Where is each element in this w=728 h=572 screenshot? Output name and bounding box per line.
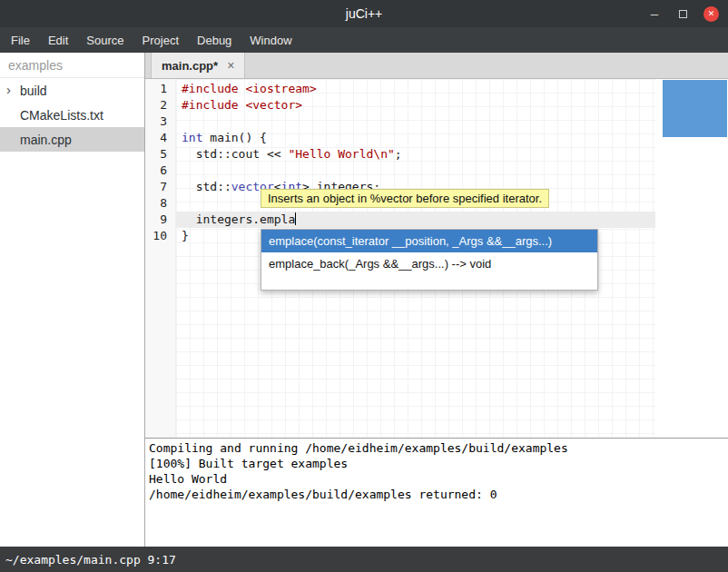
line-number[interactable]: 2 (145, 97, 176, 113)
file-tree: ›buildCMakeLists.txtmain.cpp (0, 78, 144, 152)
code-text[interactable] (176, 163, 655, 179)
line-number[interactable]: 3 (145, 113, 176, 130)
code-text[interactable]: #include <vector> (176, 97, 655, 113)
output-line: Compiling and running /home/eidheim/exam… (149, 440, 728, 456)
editor[interactable]: 1#include <iostream>2#include <vector>34… (145, 79, 728, 438)
code-segment: #include <vector> (182, 98, 302, 112)
code-segment: } (182, 229, 189, 242)
code-segment: integers.empla (182, 212, 295, 226)
line-number[interactable]: 9 (145, 212, 176, 228)
code-segment: "Hello World\n" (288, 147, 394, 161)
line-number[interactable]: 7 (145, 179, 176, 195)
menu-item-debug[interactable]: Debug (188, 29, 241, 52)
completion-item[interactable]: emplace(const_iterator __position, _Args… (261, 230, 597, 252)
scrollbar-thumb[interactable] (663, 80, 727, 137)
output-line: [100%] Built target examples (149, 456, 728, 471)
completion-item[interactable]: emplace_back(_Args &&__args...) --> void (261, 252, 597, 275)
menubar: FileEditSourceProjectDebugWindow (0, 27, 728, 53)
tree-item-label: CMakeLists.txt (20, 108, 103, 123)
code-text[interactable]: integers.empla (176, 212, 655, 228)
completion-popup: emplace(const_iterator __position, _Args… (261, 229, 598, 291)
maximize-button[interactable] (675, 6, 690, 21)
code-text[interactable]: std::cout << "Hello World\n"; (176, 146, 655, 163)
code-line-2[interactable]: 2#include <vector> (145, 97, 655, 113)
output-line: Hello World (149, 471, 728, 487)
tab-close-icon[interactable]: × (227, 58, 234, 73)
titlebar[interactable]: juCi++ – ✕ (0, 0, 728, 27)
code-text[interactable]: #include <iostream> (176, 81, 655, 97)
menu-item-source[interactable]: Source (77, 29, 133, 52)
file-tree-panel[interactable]: examples ›buildCMakeLists.txtmain.cpp (0, 53, 145, 547)
output-panel[interactable]: Compiling and running /home/eidheim/exam… (145, 439, 728, 547)
tree-item-main-cpp[interactable]: main.cpp (0, 127, 144, 152)
code-text[interactable] (176, 113, 655, 130)
code-segment: int (182, 131, 202, 144)
chevron-right-icon[interactable]: › (6, 82, 11, 97)
code-line-5[interactable]: 5 std::cout << "Hello World\n"; (145, 146, 655, 163)
tab-main-cpp[interactable]: main.cpp*× (151, 53, 245, 78)
minimize-button[interactable]: – (647, 6, 662, 21)
close-button[interactable]: ✕ (703, 6, 719, 22)
tree-item-label: build (20, 84, 47, 98)
line-number[interactable]: 8 (145, 195, 176, 212)
tree-item-cmakelists-txt[interactable]: CMakeLists.txt (0, 103, 144, 127)
code-segment: #include <iostream> (182, 82, 317, 95)
code-segment: ; (395, 147, 402, 161)
menu-item-project[interactable]: Project (133, 29, 188, 52)
code-line-6[interactable]: 6 (145, 163, 655, 179)
main-area: examples ›buildCMakeLists.txtmain.cpp ma… (0, 53, 728, 547)
code-line-4[interactable]: 4int main() { (145, 130, 655, 146)
tab-label: main.cpp* (162, 59, 218, 73)
menu-item-window[interactable]: Window (241, 29, 300, 52)
code-segment: std::cout << (182, 147, 288, 161)
line-number[interactable]: 1 (145, 81, 176, 97)
menu-item-file[interactable]: File (2, 29, 39, 52)
code-line-1[interactable]: 1#include <iostream> (145, 81, 655, 97)
doc-tooltip: Inserts an object in %vector before spec… (261, 189, 549, 208)
maximize-icon (679, 10, 687, 18)
statusbar: ~/examples/main.cpp 9:17 (0, 547, 728, 572)
code-lines: 1#include <iostream>2#include <vector>34… (145, 81, 655, 244)
project-name: examples (0, 53, 144, 78)
code-line-3[interactable]: 3 (145, 113, 655, 130)
tree-item-build[interactable]: ›build (0, 78, 144, 103)
code-line-9[interactable]: 9 integers.empla (145, 212, 655, 228)
code-text[interactable]: int main() { (176, 130, 655, 146)
app-window: juCi++ – ✕ FileEditSourceProjectDebugWin… (0, 0, 728, 572)
line-number[interactable]: 6 (145, 163, 176, 179)
code-segment: std:: (182, 180, 231, 193)
tabbar: main.cpp*× (145, 53, 728, 79)
line-number[interactable]: 10 (145, 228, 176, 244)
editor-column: main.cpp*× 1#include <iostream>2#include… (145, 53, 728, 547)
line-number[interactable]: 4 (145, 130, 176, 146)
status-text: ~/examples/main.cpp 9:17 (5, 553, 176, 567)
output-line: /home/eidheim/examples/build/examples re… (149, 487, 728, 502)
scrollbar-track[interactable] (655, 79, 728, 438)
code-segment: main() { (202, 131, 266, 144)
window-controls: – ✕ (647, 0, 719, 27)
window-title: juCi++ (346, 6, 382, 21)
menu-item-edit[interactable]: Edit (39, 29, 77, 52)
tree-item-label: main.cpp (20, 133, 72, 147)
line-number[interactable]: 5 (145, 146, 176, 163)
text-cursor (295, 212, 296, 225)
